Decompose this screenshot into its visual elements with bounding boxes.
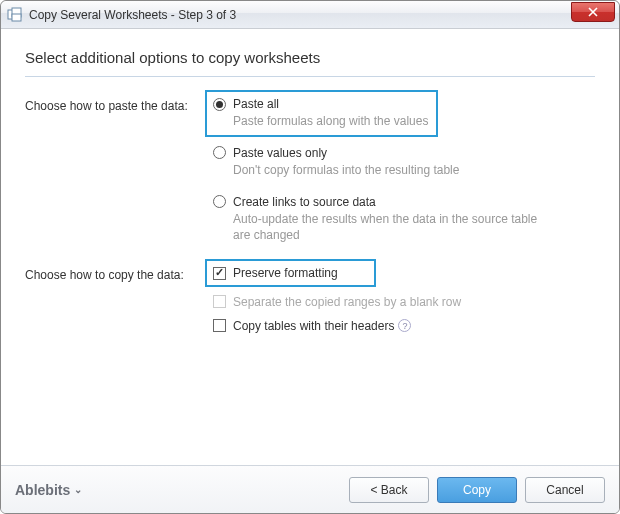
option-preserve-formatting[interactable]: Preserve formatting — [213, 266, 595, 283]
brand-label: Ablebits — [15, 482, 70, 498]
option-create-links[interactable]: Create links to source data Auto-update … — [213, 195, 595, 245]
option-desc: Auto-update the results when the data in… — [233, 211, 553, 245]
app-icon — [7, 7, 23, 23]
titlebar[interactable]: Copy Several Worksheets - Step 3 of 3 — [1, 1, 619, 29]
option-label: Preserve formatting — [233, 266, 338, 280]
dialog-content: Select additional options to copy worksh… — [1, 29, 619, 465]
section-copy-label: Choose how to copy the data: — [25, 266, 213, 282]
radio-icon[interactable] — [213, 146, 226, 159]
checkbox-icon[interactable] — [213, 267, 226, 280]
paste-options: Paste all Paste formulas along with the … — [213, 97, 595, 244]
section-paste: Choose how to paste the data: Paste all … — [25, 97, 595, 244]
cancel-button[interactable]: Cancel — [525, 477, 605, 503]
copy-options: Preserve formatting Separate the copied … — [213, 266, 595, 333]
section-paste-label: Choose how to paste the data: — [25, 97, 213, 113]
option-separate-blank-row: Separate the copied ranges by a blank ro… — [213, 295, 595, 309]
divider — [25, 76, 595, 77]
option-desc: Paste formulas along with the values — [233, 113, 428, 130]
section-copy: Choose how to copy the data: Preserve fo… — [25, 266, 595, 333]
option-label: Create links to source data — [233, 195, 376, 209]
option-label: Paste values only — [233, 146, 327, 160]
radio-icon[interactable] — [213, 98, 226, 111]
window-title: Copy Several Worksheets - Step 3 of 3 — [29, 8, 571, 22]
close-button[interactable] — [571, 2, 615, 22]
option-desc: Don't copy formulas into the resulting t… — [233, 162, 553, 179]
checkbox-icon[interactable] — [213, 319, 226, 332]
help-icon[interactable]: ? — [398, 319, 411, 332]
brand-menu[interactable]: Ablebits ⌄ — [15, 482, 82, 498]
option-paste-values[interactable]: Paste values only Don't copy formulas in… — [213, 146, 595, 179]
dialog-window: Copy Several Worksheets - Step 3 of 3 Se… — [0, 0, 620, 514]
option-copy-headers[interactable]: Copy tables with their headers ? — [213, 319, 595, 333]
option-label: Copy tables with their headers — [233, 319, 394, 333]
page-heading: Select additional options to copy worksh… — [25, 49, 595, 66]
option-label: Separate the copied ranges by a blank ro… — [233, 295, 461, 309]
checkbox-icon — [213, 295, 226, 308]
chevron-down-icon: ⌄ — [74, 484, 82, 495]
dialog-footer: Ablebits ⌄ < Back Copy Cancel — [1, 465, 619, 513]
option-label: Paste all — [233, 97, 279, 111]
back-button[interactable]: < Back — [349, 477, 429, 503]
svg-rect-2 — [12, 14, 21, 21]
copy-button[interactable]: Copy — [437, 477, 517, 503]
option-paste-all[interactable]: Paste all Paste formulas along with the … — [213, 97, 595, 130]
radio-icon[interactable] — [213, 195, 226, 208]
